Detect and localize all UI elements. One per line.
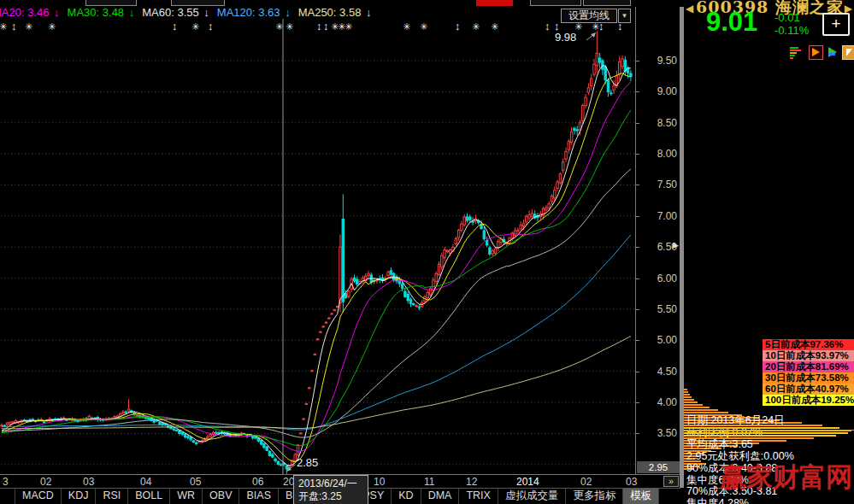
price-tick-label: 5.50 [643, 303, 677, 315]
marker-star-icon: ✳ [472, 21, 480, 32]
price-tick-mark [636, 340, 639, 341]
marker-star-icon: ✳ [286, 21, 293, 32]
ma-label-row: MA20: 3.46 ↓MA30: 3.48 ↓MA60: 3.55 ↓MA12… [0, 6, 379, 19]
indicator-button-wr[interactable]: WR [169, 489, 202, 504]
site-watermark: 赢家财富网 [720, 460, 852, 495]
prev-stock-icon[interactable]: ◀ [686, 3, 693, 15]
chip-histogram-bar [684, 432, 848, 434]
marker-updown-icon: ↕ [316, 20, 322, 32]
scroll-right-button[interactable]: » [663, 476, 679, 487]
high-price-annotation: 9.98 [555, 31, 576, 44]
cost-legend-row: 10日前成本93.97% [763, 350, 854, 361]
top-tab[interactable] [530, 0, 581, 6]
chart-right-border [635, 7, 636, 474]
ma-label-ma20: MA20: 3.46 ↓ [0, 6, 60, 19]
volume-ranking-icon[interactable] [790, 45, 804, 60]
panel-divider[interactable] [680, 7, 684, 488]
top-tab[interactable] [85, 0, 137, 6]
date-tick-label: 04 [140, 476, 151, 488]
date-tick-label: 11 [424, 476, 434, 488]
tooltip-date: 2013/6/24/一 [298, 478, 363, 490]
indicator-button-模板[interactable]: 模板 [622, 489, 659, 504]
set-ma-button[interactable]: 设置均线 [561, 9, 617, 23]
price-tick-mark [636, 123, 639, 124]
marker-updown-icon: ↕ [11, 20, 17, 32]
next-stock-icon[interactable]: ▶ [845, 3, 852, 15]
price-tick-label: 6.50 [643, 241, 677, 253]
change-percent: -0.11% [774, 24, 809, 37]
date-tick-label: 02 [40, 476, 51, 488]
hand-cursor-icon[interactable] [842, 45, 854, 60]
price-tick-mark [636, 372, 639, 372]
ma-label-ma60: MA60: 3.55 ↓ [142, 6, 209, 19]
price-tick-label: 5.00 [643, 334, 677, 346]
change-value: -0.01 [774, 11, 809, 24]
indicator-button-boll[interactable]: BOLL [127, 489, 169, 504]
tooltip-open: 开盘:3.25 [298, 490, 363, 503]
price-tick-label: 8.00 [643, 148, 677, 160]
price-tick-label: 9.50 [643, 55, 677, 67]
indicator-button-obv[interactable]: OBV [202, 489, 239, 504]
indicator-button-bias[interactable]: BIAS [239, 489, 278, 504]
panel-collapse-icon[interactable]: ▶ [673, 241, 679, 249]
date-tick-label: 03 [626, 476, 637, 488]
chip-histogram-bar [684, 401, 698, 403]
marker-updown-icon: ↕ [455, 20, 461, 32]
cost-legend-row: 5日前成本97.36% [763, 339, 854, 350]
date-tick-label: 3 [3, 476, 9, 488]
price-tick-label: 9.00 [643, 85, 677, 97]
indicator-button-macd[interactable]: MACD [15, 489, 61, 504]
top-red-button[interactable] [476, 0, 513, 6]
price-tick-label: 7.00 [643, 210, 677, 222]
indicator-button-rsi[interactable]: RSI [95, 489, 127, 504]
indicator-button-虚拟成交量[interactable]: 虚拟成交量 [498, 489, 566, 504]
crosshair-tooltip: 2013/6/24/一 开盘:3.25 [293, 475, 368, 504]
indicator-button-dma[interactable]: DMA [421, 489, 459, 504]
price-tick-mark [636, 216, 639, 217]
price-tick-mark [636, 61, 639, 62]
chip-info-line: 日期:2013年6月24日 [686, 413, 785, 428]
date-tick-label: 03 [83, 476, 94, 488]
low-price-annotation: 2.85 [297, 456, 318, 469]
price-tick-label: 4.00 [643, 396, 677, 408]
indicator-button-kdj[interactable]: KDJ [61, 489, 96, 504]
cost-legend-row: 20日前成本81.69% [763, 361, 854, 372]
date-tick-label: 02 [580, 476, 592, 488]
top-tab[interactable] [171, 0, 225, 6]
marker-star-icon: ✳ [191, 21, 199, 32]
marker-star-icon: ✳ [403, 21, 410, 32]
add-to-watchlist-button[interactable]: + [822, 13, 850, 36]
chip-histogram-bar [684, 399, 694, 401]
stock-chart-window: MA20: 3.46 ↓MA30: 3.48 ↓MA60: 3.55 ↓MA12… [0, 0, 854, 504]
price-tick-mark [636, 278, 639, 279]
indicator-button-kd[interactable]: KD [391, 489, 420, 504]
chip-info-line: 集中度4.28% [686, 496, 749, 504]
ma-label-ma120: MA120: 3.63 ↓ [217, 6, 291, 19]
green-arrow-icon[interactable] [827, 45, 841, 60]
chip-histogram-bar [684, 391, 688, 393]
date-tick-label: 2014 [516, 476, 539, 488]
cursor-price-box: 2.95 [637, 461, 680, 473]
red-flag-icon[interactable] [809, 45, 823, 60]
cost-legend-row: 60日前成本40.97% [763, 384, 854, 395]
price-tick-mark [636, 309, 639, 310]
date-tick-label: 12 [466, 476, 477, 488]
chip-histogram-bar [684, 389, 687, 390]
chip-histogram-bar [684, 407, 710, 408]
marker-star-icon: ✳ [0, 21, 7, 32]
top-tab[interactable] [583, 0, 631, 6]
indicator-button-trix[interactable]: TRIX [458, 489, 497, 504]
ma-label-ma30: MA30: 3.48 ↓ [68, 6, 135, 19]
chip-histogram-bar [684, 435, 836, 437]
cost-legend-row: 30日前成本73.58% [763, 372, 854, 384]
price-tick-mark [636, 185, 639, 185]
price-tick-label: 6.00 [643, 273, 677, 284]
chevron-down-icon[interactable]: ▼ [618, 9, 631, 23]
last-price: 9.01 [706, 7, 757, 38]
marker-star-icon: ✳ [25, 21, 32, 32]
indicator-button-更多指标[interactable]: 更多指标 [565, 489, 622, 504]
marker-star-icon: ✳ [491, 21, 498, 32]
price-tick-label: 7.50 [643, 179, 677, 190]
chip-histogram-bar [684, 409, 718, 411]
chip-histogram-bar [684, 404, 703, 406]
